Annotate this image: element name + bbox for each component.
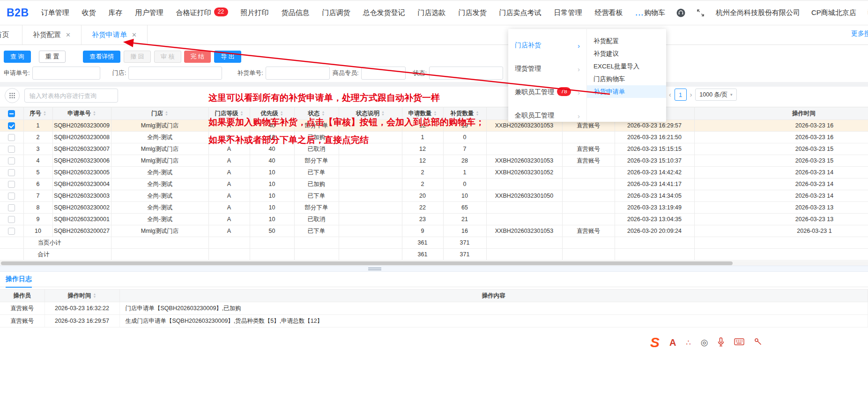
row-checkbox[interactable] bbox=[8, 134, 15, 141]
filter-input[interactable] bbox=[32, 67, 100, 80]
sort-icon[interactable]: ▲▼ bbox=[280, 111, 283, 116]
filter-input[interactable] bbox=[361, 67, 406, 80]
nav-item[interactable]: 门店选款 bbox=[418, 8, 446, 17]
submenu-item-EXCEL批量导入[interactable]: EXCEL批量导入 bbox=[587, 60, 666, 73]
next-page-button[interactable]: › bbox=[690, 91, 692, 98]
column-header[interactable]: 申请单号▲▼ bbox=[52, 107, 111, 120]
filter-input[interactable] bbox=[128, 67, 222, 80]
prev-page-button[interactable]: ‹ bbox=[669, 91, 671, 98]
close-icon[interactable]: ✕ bbox=[132, 31, 137, 38]
nav-item[interactable]: 门店发货 bbox=[459, 8, 487, 17]
sort-icon[interactable]: ▲▼ bbox=[476, 111, 479, 116]
store-name[interactable]: CP商城北京店 bbox=[811, 8, 856, 17]
column-settings-button[interactable] bbox=[5, 88, 20, 103]
tab-首页[interactable]: 首页 bbox=[0, 25, 22, 45]
row-checkbox[interactable] bbox=[8, 216, 15, 223]
row-checkbox[interactable] bbox=[8, 157, 15, 164]
checkbox-cell bbox=[0, 120, 23, 132]
nav-item[interactable]: 订单管理 bbox=[41, 8, 69, 17]
log-column-header[interactable]: 操作时间▲▼ bbox=[45, 290, 119, 302]
column-header[interactable]: 门店▲▼ bbox=[111, 107, 208, 120]
cell: 3 bbox=[23, 143, 52, 155]
cell: 已下单 bbox=[294, 225, 339, 237]
nav-more-button[interactable]: ... bbox=[636, 9, 645, 17]
sort-icon[interactable]: ▲▼ bbox=[240, 111, 244, 116]
emoji-icon[interactable]: ◎ bbox=[701, 337, 708, 348]
cell: 16 bbox=[443, 225, 486, 237]
menu-item-兼职员工管理[interactable]: 兼职员工管理78› bbox=[508, 81, 586, 104]
wrench-icon[interactable] bbox=[754, 338, 762, 347]
nav-item[interactable]: 门店卖点考试 bbox=[499, 8, 542, 17]
table-row: 3SQBH202603230007Mmlg测试门店A40已取消127直营账号20… bbox=[0, 143, 868, 155]
log-cell: 生成门店申请单【SQBH202603230009】,货品种类数【5】,申请总数【… bbox=[119, 315, 868, 327]
cell bbox=[486, 132, 562, 143]
keyboard-icon[interactable] bbox=[734, 338, 744, 347]
tab-补货配置[interactable]: 补货配置✕ bbox=[22, 25, 82, 45]
cart-link[interactable]: 购物车 bbox=[644, 8, 665, 17]
submenu-item-补货配置[interactable]: 补货配置 bbox=[587, 35, 666, 47]
row-checkbox[interactable] bbox=[8, 228, 15, 235]
tab-operation-log[interactable]: 操作日志 bbox=[6, 275, 32, 288]
nav-item[interactable]: 用户管理 bbox=[135, 8, 163, 17]
page-size-select[interactable]: 1000 条/页 ▾ bbox=[695, 89, 736, 101]
tab-补货申请单[interactable]: 补货申请单✕ bbox=[82, 25, 148, 45]
company-name[interactable]: 杭州全尚科技股份有限公司 bbox=[716, 8, 800, 17]
panel-splitter[interactable] bbox=[0, 266, 868, 272]
sogou-logo-icon[interactable]: S bbox=[650, 335, 660, 350]
sort-icon[interactable]: ▲▼ bbox=[381, 111, 385, 116]
filter-input[interactable] bbox=[266, 67, 330, 80]
microphone-icon[interactable] bbox=[718, 337, 724, 348]
dots-icon[interactable]: ∴ bbox=[686, 338, 690, 347]
row-checkbox[interactable] bbox=[8, 193, 15, 200]
toolbar-button[interactable]: 查看详情 bbox=[83, 51, 120, 63]
sort-icon[interactable]: ▲▼ bbox=[93, 111, 96, 116]
toolbar-button[interactable]: 导 出 bbox=[214, 51, 241, 63]
table-search-input[interactable] bbox=[24, 89, 118, 103]
nav-item[interactable]: 总仓发货登记 bbox=[363, 8, 405, 17]
submenu-item-补货建议[interactable]: 补货建议 bbox=[587, 47, 666, 60]
menu-item-全职员工管理[interactable]: 全职员工管理› bbox=[508, 104, 586, 127]
submenu-item-补货申请单[interactable]: 补货申请单 bbox=[587, 85, 666, 98]
menu-item-门店补货[interactable]: 门店补货› bbox=[508, 34, 586, 57]
nav-item[interactable]: 经营看板 bbox=[595, 8, 623, 17]
toolbar-button[interactable]: 完 结 bbox=[184, 51, 211, 63]
cell: 部分下单 bbox=[294, 155, 339, 167]
row-checkbox[interactable] bbox=[8, 204, 15, 211]
filter-input[interactable] bbox=[429, 67, 503, 80]
sort-icon[interactable]: ▲▼ bbox=[322, 111, 325, 116]
row-checkbox[interactable] bbox=[8, 181, 15, 188]
toolbar-button[interactable]: 查 询 bbox=[4, 51, 31, 63]
nav-item[interactable]: 合格证打印22 bbox=[176, 8, 228, 17]
nav-item[interactable]: 门店调货 bbox=[322, 8, 350, 17]
submenu-item-门店购物车[interactable]: 门店购物车 bbox=[587, 73, 666, 85]
toolbar-button[interactable]: 重 置 bbox=[39, 51, 66, 63]
sort-icon[interactable]: ▲▼ bbox=[434, 111, 437, 116]
select-all-checkbox[interactable] bbox=[8, 110, 15, 117]
row-checkbox[interactable] bbox=[8, 146, 15, 153]
menu-item-理货管理[interactable]: 理货管理› bbox=[508, 57, 586, 81]
nav-item[interactable]: 库存 bbox=[109, 8, 123, 17]
column-header-label: 申请单号 bbox=[67, 110, 91, 117]
current-page[interactable]: 1 bbox=[675, 89, 687, 101]
nav-item[interactable]: 货品信息 bbox=[282, 8, 310, 17]
sum-replenish-qty: 371 bbox=[443, 249, 486, 260]
letter-a-icon[interactable]: A bbox=[669, 337, 676, 348]
sort-icon[interactable]: ▲▼ bbox=[165, 111, 168, 116]
nav-item[interactable]: 日常管理 bbox=[554, 8, 582, 17]
headset-icon[interactable] bbox=[676, 8, 685, 17]
fullscreen-icon[interactable] bbox=[697, 9, 705, 17]
sort-icon[interactable]: ▲▼ bbox=[93, 293, 96, 298]
log-row: 直营账号2026-03-23 16:29:57生成门店申请单【SQBH20260… bbox=[0, 315, 868, 327]
column-header[interactable]: 序号▲▼ bbox=[23, 107, 52, 120]
ime-toolbar: S A ∴ ◎ bbox=[650, 334, 762, 351]
log-header-label: 操作时间 bbox=[68, 292, 91, 299]
nav-item[interactable]: 照片打印 bbox=[241, 8, 269, 17]
more-search-link[interactable]: 更多搜索 bbox=[851, 30, 868, 38]
scrollbar-thumb[interactable] bbox=[1, 261, 733, 265]
nav-item[interactable]: 收货 bbox=[82, 8, 96, 17]
close-icon[interactable]: ✕ bbox=[66, 31, 71, 38]
sort-icon[interactable]: ▲▼ bbox=[43, 111, 46, 116]
cell: 10 bbox=[250, 190, 294, 202]
row-checkbox[interactable] bbox=[8, 122, 15, 129]
row-checkbox[interactable] bbox=[8, 169, 15, 176]
